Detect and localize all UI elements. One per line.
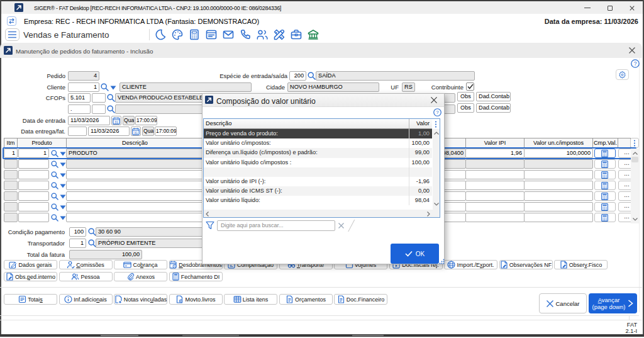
svg-text:31: 31 [114, 120, 118, 123]
svg-text:31: 31 [134, 130, 138, 134]
svg-text:?: ? [436, 110, 439, 115]
svg-text:?: ? [634, 60, 637, 67]
